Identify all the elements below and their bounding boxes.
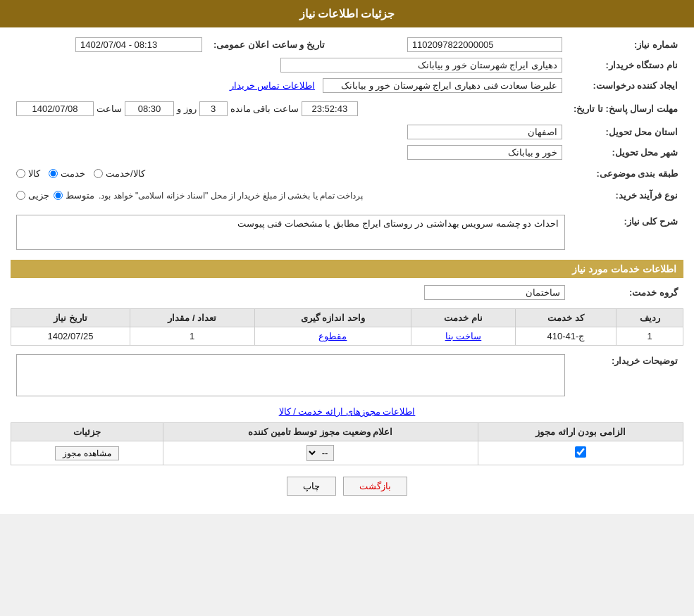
col-need-date: تاریخ نیاز [11,309,130,327]
province-label: استان محل تحویل: [568,122,683,142]
announce-datetime-label: تاریخ و ساعت اعلان عمومی: [208,34,330,55]
col-license-status: اعلام وضعیت مجوز توسط تامین کننده [163,423,478,441]
view-license-button[interactable]: مشاهده مجوز [55,446,118,460]
creator-link[interactable]: اطلاعات تماس خریدار [230,80,315,91]
services-section-title: اطلاعات خدمات مورد نیاز [11,260,683,278]
buyer-desc-textarea[interactable] [16,354,565,396]
city-value: خور و بیابانک [407,145,562,160]
category-label: طبقه بندی موضوعی: [568,163,683,184]
response-remaining: 23:52:43 [302,101,358,116]
city-label: شهر محل تحویل: [568,142,683,163]
need-desc-label: شرح کلی نیاز: [571,212,683,253]
province-value: اصفهان [407,125,562,139]
cell-unit[interactable]: مقطوع [254,327,411,346]
license-status-select[interactable]: -- [306,445,334,461]
purchase-jozyi-label: جزیی [28,190,49,201]
col-license-details: جزئیات [11,423,163,441]
category-kala-label: کالا [28,168,40,179]
services-table: ردیف کد خدمت نام خدمت واحد اندازه گیری ت… [11,308,683,346]
purchase-desc: پرداخت تمام یا بخشی از مبلغ خریدار از مح… [99,191,363,201]
license-table: الزامی بودن ارائه مجوز اعلام وضعیت مجوز … [11,422,683,465]
col-row-num: ردیف [616,309,683,327]
response-time-label: ساعت [97,103,122,114]
license-status-cell: -- [163,441,478,465]
response-remaining-label: ساعت باقی مانده [230,103,299,114]
cell-quantity: 1 [130,327,254,346]
license-details-cell: مشاهده مجوز [11,441,163,465]
header-title: جزئیات اطلاعات نیاز [299,8,395,20]
need-number-value: 1102097822000005 [407,37,562,52]
col-quantity: تعداد / مقدار [130,309,254,327]
buyer-org-value: دهیاری ایراج شهرستان خور و بیابانک [280,58,562,73]
col-license-required: الزامی بودن ارائه مجوز [478,423,683,441]
creator-value: علیرضا سعادت فنی دهیاری ایراج شهرستان خو… [323,78,562,93]
response-days: 3 [199,101,228,116]
response-time: 08:30 [125,101,174,116]
category-kala-khedmat-label: کالا/خدمت [106,168,145,179]
print-button[interactable]: چاپ [287,477,336,496]
category-khedmat-label: خدمت [61,168,85,179]
purchase-motavasset-radio[interactable] [54,191,63,200]
cell-service-code: ج-41-410 [515,327,616,346]
col-service-code: کد خدمت [515,309,616,327]
announce-datetime-value: 1402/07/04 - 08:13 [75,37,202,52]
cell-service-name[interactable]: ساخت بنا [411,327,515,346]
page-header: جزئیات اطلاعات نیاز [0,0,694,27]
service-group-value: ساختمان [424,285,565,300]
creator-label: ایجاد کننده درخواست: [568,75,683,96]
purchase-jozyi-radio[interactable] [16,191,25,200]
response-day-label: روز و [177,103,197,114]
category-kala-khedmat-radio[interactable] [94,169,103,178]
category-kala-radio[interactable] [16,169,25,178]
service-group-label: گروه خدمت: [571,282,683,303]
cell-need-date: 1402/07/25 [11,327,130,346]
category-khedmat-radio[interactable] [49,169,58,178]
response-deadline-label: مهلت ارسال پاسخ: تا تاریخ: [568,96,683,122]
purchase-motavasset-label: متوسط [66,190,94,201]
purchase-type-label: نوع فرآیند خرید: [568,184,683,206]
need-number-label: شماره نیاز: [568,34,683,55]
back-button[interactable]: بازگشت [343,477,407,496]
cell-row-num: 1 [616,327,683,346]
buyer-org-label: نام دستگاه خریدار: [568,55,683,75]
license-required-cell [478,441,683,465]
col-service-name: نام خدمت [411,309,515,327]
button-row: چاپ بازگشت [11,477,683,496]
license-section-title[interactable]: اطلاعات مجوزهای ارائه خدمت / کالا [11,406,683,417]
response-date: 1402/07/08 [16,101,94,116]
need-desc-value: احداث دو چشمه سرویس بهداشتی در روستای ای… [16,215,565,250]
col-unit: واحد اندازه گیری [254,309,411,327]
license-row: -- مشاهده مجوز [11,441,683,465]
buyer-desc-label: توضیحات خریدار: [571,351,683,399]
table-row: 1 ج-41-410 ساخت بنا مقطوع 1 1402/07/25 [11,327,683,346]
license-required-checkbox[interactable] [575,446,586,458]
